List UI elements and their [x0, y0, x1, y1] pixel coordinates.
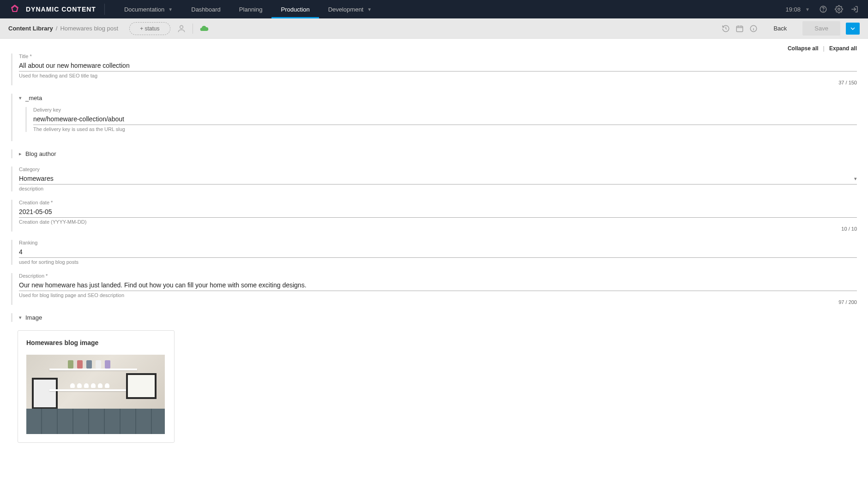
- chevron-down-icon: [850, 26, 855, 31]
- meta-section-header[interactable]: ▾ _meta: [19, 94, 857, 102]
- logout-icon[interactable]: [850, 5, 859, 13]
- time-value: 19:08: [786, 6, 801, 13]
- brand-name: DYNAMIC CONTENT: [26, 6, 96, 13]
- collapse-all-button[interactable]: Collapse all: [788, 45, 819, 52]
- image-card-title: Homewares blog image: [26, 339, 166, 346]
- divider: [193, 24, 193, 34]
- sub-header-icons: [177, 24, 209, 34]
- creation-date-input[interactable]: [19, 206, 857, 218]
- category-label: Category: [19, 167, 857, 172]
- ranking-input[interactable]: [19, 246, 857, 258]
- expand-all-button[interactable]: Expand all: [829, 45, 857, 52]
- nav-planning[interactable]: Planning: [230, 0, 272, 18]
- title-counter: 37 / 150: [19, 80, 857, 85]
- image-card[interactable]: Homewares blog image: [18, 330, 175, 443]
- svg-point-3: [823, 11, 824, 11]
- cloud-saved-icon: [199, 24, 209, 33]
- nav-dashboard[interactable]: Dashboard: [182, 0, 230, 18]
- sub-header: Content Library / Homewares blog post + …: [0, 18, 868, 39]
- description-input[interactable]: [19, 280, 857, 291]
- nav-documentation-label: Documentation: [124, 6, 164, 13]
- field-title: Title * Used for heading and SEO title t…: [11, 54, 857, 85]
- svg-point-5: [180, 25, 183, 29]
- breadcrumb: Content Library / Homewares blog post: [8, 25, 118, 32]
- description-helper: Used for blog listing page and SEO descr…: [19, 292, 857, 298]
- image-section-label: Image: [25, 314, 42, 321]
- section-blog-author: ▸ Blog author: [11, 149, 857, 158]
- chevron-down-icon: ▼: [805, 7, 810, 12]
- save-dropdown-button[interactable]: [846, 23, 860, 35]
- delivery-key-label: Delivery key: [33, 107, 857, 113]
- save-button: Save: [802, 21, 840, 36]
- collapse-controls: Collapse all | Expand all: [11, 45, 857, 52]
- nav-development[interactable]: Development ▼: [319, 0, 381, 18]
- nav-items: Documentation ▼ Dashboard Planning Produ…: [115, 0, 381, 18]
- nav-right: 19:08 ▼: [786, 5, 859, 13]
- description-counter: 97 / 200: [19, 299, 857, 305]
- breadcrumb-leaf: Homewares blog post: [60, 25, 118, 32]
- nav-production[interactable]: Production: [271, 0, 319, 18]
- delivery-key-helper: The delivery key is used as the URL slug: [33, 126, 857, 132]
- section-meta: ▾ _meta Delivery key The delivery key is…: [11, 94, 857, 141]
- calendar-icon[interactable]: [735, 24, 744, 33]
- category-helper: description: [19, 186, 857, 191]
- creation-date-counter: 10 / 10: [19, 226, 857, 232]
- content-area: Collapse all | Expand all Title * Used f…: [0, 39, 868, 488]
- chevron-down-icon: ▾: [19, 95, 22, 101]
- category-select[interactable]: Homewares ▾: [19, 173, 857, 184]
- section-image: ▾ Image: [11, 313, 857, 322]
- title-input[interactable]: [19, 60, 857, 71]
- nav-planning-label: Planning: [239, 6, 263, 13]
- field-description: Description * Used for blog listing page…: [11, 273, 857, 305]
- user-icon[interactable]: [177, 24, 186, 33]
- brand-area: DYNAMIC CONTENT: [9, 4, 105, 15]
- field-delivery-key: Delivery key The delivery key is used as…: [25, 107, 857, 132]
- brand-logo-icon: [9, 4, 20, 15]
- image-preview: [26, 355, 165, 434]
- chevron-down-icon: ▼: [367, 7, 372, 12]
- field-creation-date: Creation date * Creation date (YYYY-MM-D…: [11, 200, 857, 232]
- top-nav: DYNAMIC CONTENT Documentation ▼ Dashboar…: [0, 0, 868, 18]
- title-helper: Used for heading and SEO title tag: [19, 73, 857, 78]
- info-icon[interactable]: [749, 24, 758, 33]
- image-section-header[interactable]: ▾ Image: [19, 313, 857, 322]
- ranking-label: Ranking: [19, 240, 857, 245]
- chevron-down-icon: ▾: [854, 176, 857, 182]
- chevron-down-icon: ▼: [168, 7, 173, 12]
- field-category: Category Homewares ▾ description: [11, 167, 857, 191]
- breadcrumb-separator: /: [56, 25, 58, 32]
- nav-development-label: Development: [328, 6, 364, 13]
- description-label: Description *: [19, 273, 857, 279]
- blog-author-header[interactable]: ▸ Blog author: [19, 149, 857, 158]
- delivery-key-input[interactable]: [33, 113, 857, 125]
- nav-documentation[interactable]: Documentation ▼: [115, 0, 182, 18]
- creation-date-helper: Creation date (YYYY-MM-DD): [19, 219, 857, 225]
- nav-dashboard-label: Dashboard: [191, 6, 221, 13]
- creation-date-label: Creation date *: [19, 200, 857, 205]
- help-icon[interactable]: [819, 5, 827, 13]
- separator: |: [823, 45, 825, 52]
- breadcrumb-root[interactable]: Content Library: [8, 25, 53, 32]
- nav-time[interactable]: 19:08 ▼: [786, 6, 810, 13]
- nav-production-label: Production: [281, 6, 309, 13]
- title-label: Title *: [19, 54, 857, 59]
- back-button[interactable]: Back: [763, 21, 797, 36]
- svg-rect-6: [737, 26, 743, 31]
- blog-author-label: Blog author: [25, 150, 56, 157]
- category-value: Homewares: [19, 175, 54, 182]
- meta-section-label: _meta: [25, 95, 42, 101]
- history-icon[interactable]: [722, 24, 730, 33]
- add-status-button[interactable]: + status: [129, 22, 170, 35]
- svg-point-4: [838, 8, 840, 11]
- chevron-down-icon: ▾: [19, 315, 22, 321]
- field-ranking: Ranking used for sorting blog posts: [11, 240, 857, 265]
- settings-icon[interactable]: [835, 5, 843, 13]
- sub-header-right: Back Save: [722, 21, 860, 36]
- chevron-right-icon: ▸: [19, 151, 22, 157]
- ranking-helper: used for sorting blog posts: [19, 259, 857, 265]
